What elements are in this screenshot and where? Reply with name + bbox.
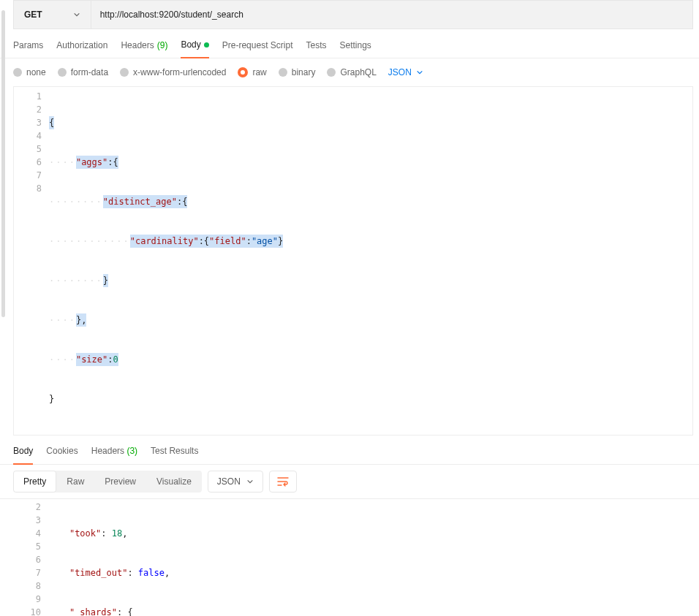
format-select[interactable]: JSON bbox=[208, 471, 263, 493]
radio-raw[interactable]: raw bbox=[238, 67, 266, 77]
chevron-down-icon bbox=[246, 478, 254, 485]
wrap-lines-button[interactable] bbox=[269, 471, 297, 493]
view-raw[interactable]: Raw bbox=[56, 471, 94, 493]
response-gutter: 234567891011121314151617181920212223 bbox=[13, 499, 48, 616]
url-text: http://localhost:9200/student/_search bbox=[100, 9, 243, 20]
radio-icon bbox=[13, 68, 22, 77]
tab-authorization[interactable]: Authorization bbox=[56, 39, 107, 58]
radio-icon bbox=[58, 68, 67, 77]
request-bar: GET http://localhost:9200/student/_searc… bbox=[13, 0, 693, 29]
body-type-row: none form-data x-www-form-urlencoded raw… bbox=[0, 58, 699, 86]
code-content: { ····"aggs":{ ········"distinct_age":{ … bbox=[49, 87, 692, 435]
view-mode-group: Pretty Raw Preview Visualize bbox=[13, 471, 202, 493]
request-body-editor[interactable]: 12345678 { ····"aggs":{ ········"distinc… bbox=[13, 86, 693, 436]
response-toolbar: Pretty Raw Preview Visualize JSON bbox=[0, 465, 699, 499]
body-modified-indicator bbox=[204, 42, 209, 47]
radio-icon-selected bbox=[238, 67, 248, 77]
radio-xwww[interactable]: x-www-form-urlencoded bbox=[120, 67, 226, 77]
response-body[interactable]: 234567891011121314151617181920212223 "to… bbox=[13, 499, 693, 616]
resp-tab-cookies[interactable]: Cookies bbox=[46, 446, 78, 464]
radio-binary[interactable]: binary bbox=[279, 67, 316, 77]
method-select[interactable]: GET bbox=[14, 1, 91, 28]
tab-prerequest[interactable]: Pre-request Script bbox=[222, 39, 293, 58]
tab-params[interactable]: Params bbox=[13, 39, 43, 58]
radio-icon bbox=[327, 68, 336, 77]
method-label: GET bbox=[24, 9, 42, 20]
resp-tab-testresults[interactable]: Test Results bbox=[151, 446, 198, 464]
tab-settings[interactable]: Settings bbox=[340, 39, 371, 58]
response-tabs: Body Cookies Headers (3) Test Results bbox=[0, 436, 699, 465]
view-pretty[interactable]: Pretty bbox=[13, 471, 56, 493]
tab-headers[interactable]: Headers (9) bbox=[121, 39, 167, 58]
radio-icon bbox=[279, 68, 287, 77]
pane-resize-handle[interactable] bbox=[1, 10, 5, 317]
view-visualize[interactable]: Visualize bbox=[146, 471, 202, 493]
radio-formdata[interactable]: form-data bbox=[58, 67, 108, 77]
resp-tab-headers[interactable]: Headers (3) bbox=[91, 446, 137, 464]
request-tabs: Params Authorization Headers (9) Body Pr… bbox=[0, 29, 699, 58]
view-preview[interactable]: Preview bbox=[94, 471, 146, 493]
chevron-down-icon bbox=[73, 11, 80, 18]
url-input[interactable]: http://localhost:9200/student/_search bbox=[91, 1, 692, 28]
line-gutter: 12345678 bbox=[14, 87, 49, 435]
resp-tab-body[interactable]: Body bbox=[13, 446, 33, 465]
wrap-icon bbox=[277, 476, 289, 487]
content-type-select[interactable]: JSON bbox=[388, 67, 423, 77]
tab-tests[interactable]: Tests bbox=[306, 39, 326, 58]
chevron-down-icon bbox=[416, 69, 423, 76]
radio-icon bbox=[120, 68, 129, 77]
radio-graphql[interactable]: GraphQL bbox=[327, 67, 376, 77]
response-code: "took": 18, "timed_out": false, "_shards… bbox=[48, 499, 693, 616]
radio-none[interactable]: none bbox=[13, 67, 46, 77]
tab-body[interactable]: Body bbox=[181, 39, 208, 58]
